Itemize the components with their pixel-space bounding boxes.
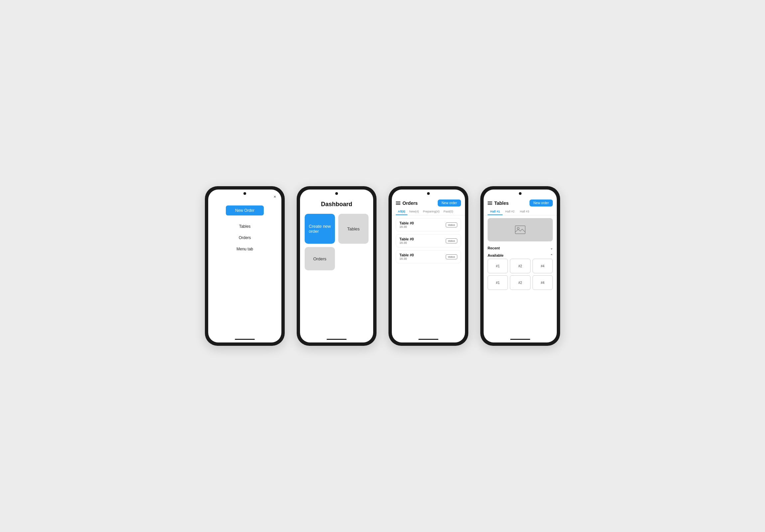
tables-new-order-button[interactable]: New order [529, 200, 553, 207]
hamburger-icon[interactable] [396, 202, 400, 205]
phones-container: × New Order Tables Orders Menu tab Dashb… [192, 173, 573, 359]
order-card-2[interactable]: Table #0 16:30 status [396, 250, 461, 264]
order-time-1: 16:30 [399, 241, 414, 245]
home-bar-2 [327, 339, 347, 340]
phone-menu: × New Order Tables Orders Menu tab [205, 186, 285, 346]
menu-content: New Order Tables Orders Menu tab [208, 196, 282, 255]
order-card-1[interactable]: Table #0 16:30 status [396, 234, 461, 248]
menu-item-orders[interactable]: Orders [208, 232, 282, 244]
available-chevron-icon: ⌃ [550, 254, 553, 258]
menu-screen: × New Order Tables Orders Menu tab [208, 196, 282, 337]
recent-label: Recent [487, 246, 500, 250]
hall-tab-1[interactable]: Hall #1 [487, 209, 502, 215]
table-cell-2[interactable]: #2 [510, 259, 530, 273]
orders-new-order-button[interactable]: New order [438, 200, 461, 207]
orders-page-title: Orders [402, 201, 418, 206]
order-info-1: Table #0 16:30 [399, 237, 414, 245]
recent-chevron-icon: ⌄ [550, 247, 553, 250]
home-bar-1 [235, 339, 255, 340]
image-placeholder-icon [515, 226, 525, 234]
table-cell-1[interactable]: #1 [487, 259, 508, 273]
notch-4 [483, 190, 557, 196]
svg-rect-0 [515, 226, 525, 234]
create-order-label: Create neworder [309, 224, 331, 234]
notch-1 [208, 190, 282, 196]
orders-screen: Orders New order All(8) New(4) Preparing… [392, 196, 465, 337]
create-new-order-card[interactable]: Create neworder [305, 214, 335, 244]
orders-label: Orders [313, 257, 327, 262]
status-badge-1: status [446, 239, 457, 244]
phone-orders: Orders New order All(8) New(4) Preparing… [388, 186, 468, 346]
order-info-2: Table #0 16:30 [399, 253, 414, 261]
table-cell-4[interactable]: #1 [487, 275, 508, 290]
notch-dot-3 [427, 192, 430, 195]
dashboard-grid: Create neworder Tables Orders [300, 211, 373, 275]
close-icon[interactable]: × [274, 196, 276, 199]
tab-all[interactable]: All(8) [396, 209, 407, 215]
home-bar-3 [418, 339, 438, 340]
notch-3 [392, 190, 465, 196]
orders-tabs: All(8) New(4) Preparing(4) Past(0) [392, 209, 465, 216]
tables-screen: Tables New order Hall #1 Hall #2 Hall #3 [483, 196, 557, 337]
tab-past[interactable]: Past(0) [442, 209, 455, 215]
order-time-0: 16:30 [399, 225, 414, 229]
order-table-1: Table #0 [399, 237, 414, 241]
hamburger-line-3 [396, 204, 400, 205]
recent-section-header[interactable]: Recent ⌄ [487, 244, 553, 252]
available-section-header[interactable]: Available ⌃ [487, 252, 553, 259]
phone-dashboard: Dashboard Create neworder Tables Orders [297, 186, 377, 346]
notch-dot-1 [244, 192, 246, 195]
tab-new[interactable]: New(4) [407, 209, 421, 215]
tables-hall-tabs: Hall #1 Hall #2 Hall #3 [483, 209, 557, 216]
dashboard-screen: Dashboard Create neworder Tables Orders [300, 196, 373, 337]
tab-preparing[interactable]: Preparing(4) [421, 209, 442, 215]
table-cell-5[interactable]: #2 [510, 275, 530, 290]
order-card-0[interactable]: Table #0 16:30 status [396, 218, 461, 232]
order-table-0: Table #0 [399, 221, 414, 225]
status-badge-2: status [446, 255, 457, 260]
table-cell-3[interactable]: #4 [532, 259, 553, 273]
tables-header-left: Tables [487, 201, 508, 206]
hamburger-line-2 [396, 203, 400, 204]
orders-card[interactable]: Orders [305, 247, 335, 270]
table-cell-6[interactable]: #4 [532, 275, 553, 290]
available-tables-grid: #1 #2 #4 #1 #2 #4 [487, 259, 553, 292]
tables-hamburger-line-2 [487, 203, 492, 204]
order-info-0: Table #0 16:30 [399, 221, 414, 229]
status-badge-0: status [446, 223, 457, 228]
orders-header: Orders New order [392, 196, 465, 209]
menu-item-tables[interactable]: Tables [208, 221, 282, 232]
hall-map-image [487, 218, 553, 242]
tables-card[interactable]: Tables [338, 214, 369, 244]
tables-hamburger-icon[interactable] [487, 202, 492, 205]
menu-new-order-button[interactable]: New Order [226, 206, 264, 216]
home-bar-4 [510, 339, 530, 340]
orders-list: Table #0 16:30 status Table #0 16:30 sta… [392, 216, 465, 337]
notch-dot-2 [335, 192, 338, 195]
dashboard-title: Dashboard [300, 201, 373, 208]
tables-hamburger-line-3 [487, 204, 492, 205]
tables-page-title: Tables [494, 201, 508, 206]
tables-label: Tables [347, 227, 360, 232]
hamburger-line-1 [396, 202, 400, 202]
order-table-2: Table #0 [399, 253, 414, 257]
tables-hamburger-line-1 [487, 202, 492, 202]
order-time-2: 16:30 [399, 257, 414, 261]
notch-dot-4 [519, 192, 521, 195]
notch-2 [300, 190, 373, 196]
dashboard-header: Dashboard [300, 196, 373, 211]
phone-tables: Tables New order Hall #1 Hall #2 Hall #3 [480, 186, 560, 346]
tables-header: Tables New order [483, 196, 557, 209]
orders-header-left: Orders [396, 201, 418, 206]
tables-sections: Recent ⌄ Available ⌃ #1 #2 #4 #1 #2 #4 [483, 244, 557, 337]
hall-tab-3[interactable]: Hall #3 [517, 209, 532, 215]
hall-tab-2[interactable]: Hall #2 [502, 209, 517, 215]
menu-item-menu-tab[interactable]: Menu tab [208, 244, 282, 255]
available-label: Available [487, 254, 503, 258]
